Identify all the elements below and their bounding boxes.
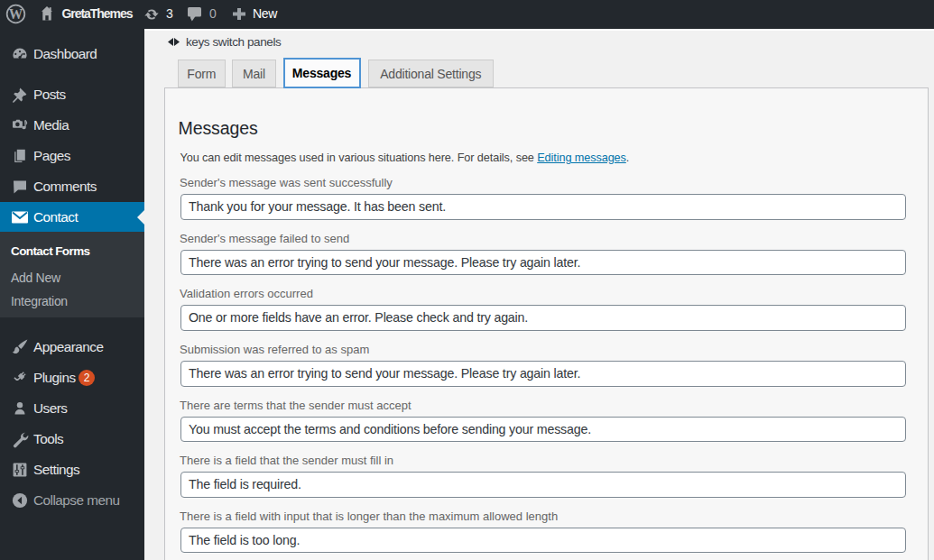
svg-text:W: W (9, 5, 23, 23)
